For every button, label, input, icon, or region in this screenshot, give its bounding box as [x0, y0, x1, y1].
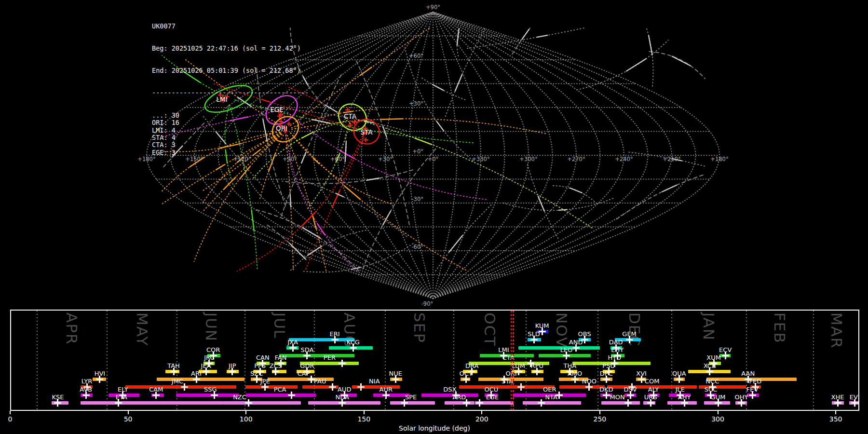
month-boundary-line — [37, 311, 38, 410]
shower-code-label-tah: TAH — [167, 363, 180, 369]
ra-label: +30° — [378, 156, 393, 163]
shower-code-label-zcs: ZCS — [270, 363, 282, 369]
month-boundary-line — [597, 311, 598, 410]
meteor-trail — [617, 175, 705, 219]
ra-label: +0° — [428, 156, 439, 163]
meteor-trail — [358, 120, 594, 229]
shower-code-label-and: AND — [569, 339, 583, 345]
shower-code-label-aly: ALY — [648, 386, 659, 393]
shower-code-label-dkd: DKD — [599, 386, 613, 393]
meteor-path — [383, 211, 391, 225]
shower-code-label-rpu: RPU — [531, 363, 543, 369]
activity-bar-ari — [157, 378, 245, 381]
shower-code-label-xhe: XHE — [831, 394, 844, 400]
shower-code-label-scc: SCC — [705, 386, 717, 393]
shower-code-label-ssg: SSG — [204, 386, 217, 393]
pole-label-south: -90° — [421, 300, 434, 307]
shower-code-label-sda: SDA — [300, 347, 313, 353]
meteor-path — [558, 210, 567, 210]
axis-tick-label: 50 — [124, 415, 133, 423]
shower-code-label-ari: ARI — [191, 370, 202, 377]
shower-code-label-can: CAN — [256, 354, 270, 361]
shower-code-label-eri: ERI — [330, 331, 340, 337]
meteor-path — [344, 186, 360, 199]
shower-count-row: EGE: 3 — [152, 149, 309, 156]
axis-tick-label: 0 — [8, 415, 13, 423]
month-label-mar: MAR — [828, 312, 845, 349]
dec-label: +60° — [409, 53, 423, 59]
activity-bar-mon — [601, 401, 640, 405]
shower-count-row: ...: 30 — [152, 112, 309, 119]
station-id: UK0077 — [152, 23, 309, 30]
shower-code-label-nda: NDA — [336, 394, 349, 400]
month-label-jan: JAN — [700, 312, 718, 341]
shower-code-label-fed: FED — [749, 378, 761, 384]
meteor-path — [626, 59, 646, 71]
axis-tick — [835, 411, 836, 414]
activity-bar-ssg — [176, 393, 239, 397]
activity-bar-eri — [289, 338, 354, 341]
meteor-path — [360, 67, 372, 75]
shower-code-label-kcg: KCG — [347, 339, 360, 345]
meteor-trail — [446, 28, 485, 116]
axis-tick — [718, 411, 719, 414]
shower-code-label-pps: PPS — [254, 363, 266, 369]
shower-code-label-dpc: DPC — [600, 370, 613, 377]
shower-code-label-nzc: NZC — [233, 394, 246, 400]
axis-tick — [10, 411, 11, 414]
meteor-report: LMIEGEORICTASTA+90°-90°+60°+30°+0°-30°-6… — [0, 0, 868, 434]
shower-code-label-xcb: XCB — [704, 363, 716, 369]
shower-code-label-obs: OBS — [578, 331, 591, 337]
activity-bar-nta — [523, 401, 581, 405]
axis-tick-label: 150 — [357, 415, 370, 423]
dec-label: -60° — [411, 244, 423, 250]
shower-code-label-aur: AUR — [380, 386, 393, 393]
shower-code-label-szc: SZC — [250, 370, 263, 377]
month-boundary-line — [107, 311, 108, 410]
shower-code-label-pca: PCA — [274, 386, 286, 393]
axis-tick — [364, 411, 365, 414]
dec-label: +30° — [409, 100, 423, 107]
meteor-path — [290, 194, 291, 207]
shower-code-label-fan: FAN — [275, 354, 287, 361]
shower-code-label-eta: ETA — [116, 394, 127, 400]
shower-code-label-cor: COR — [206, 347, 220, 353]
peak-marker-sta — [517, 383, 525, 391]
shower-count-row: ORI: 16 — [152, 119, 309, 126]
shower-code-label-urs: URS — [644, 394, 657, 400]
shower-code-label-qua: QUA — [672, 370, 686, 377]
shower-code-label-kum: KUM — [535, 323, 549, 329]
axis-tick-label: 200 — [475, 415, 488, 423]
axis-tick — [481, 411, 482, 414]
meteor-path — [663, 185, 677, 191]
shower-code-label-oct: OCT — [459, 370, 472, 377]
shower-code-label-aud: AUD — [338, 386, 351, 393]
activity-bar-noo — [559, 385, 605, 389]
peak-marker-pca — [288, 392, 295, 399]
current-sol-line — [511, 311, 512, 410]
shower-code-label-evi: EVI — [850, 394, 859, 400]
shower-code-label-kse: KSE — [52, 394, 64, 400]
shower-code-label-cam: CAM — [149, 386, 163, 393]
shower-code-label-ecv: ECV — [719, 347, 732, 353]
meteor-trail — [291, 28, 430, 126]
activity-bar-spe — [390, 401, 435, 405]
meteor-trail — [649, 52, 705, 79]
shower-code-label-ehy: EHY — [611, 347, 624, 353]
observation-header: UK0077 Beg: 20251025 22:47:16 (sol = 212… — [152, 8, 309, 171]
grid-meridian — [433, 12, 457, 298]
shower-code-label-jmc: JMC — [172, 378, 183, 384]
meteor-trail — [528, 164, 559, 240]
radiant-label-cta: CTA — [344, 112, 357, 120]
meteor-path — [537, 35, 547, 37]
activity-bar-aur — [373, 393, 409, 397]
meteor-path — [437, 122, 444, 131]
activity-bar-dsx — [421, 393, 478, 397]
shower-code-label-gdr: GDR — [300, 363, 314, 369]
shower-code-label-ocu: OCU — [484, 386, 498, 393]
meteor-path — [366, 178, 379, 180]
shower-code-label-jle: JLE — [676, 386, 685, 393]
shower-code-label-hyd: HYD — [608, 354, 621, 361]
meteor-path — [380, 119, 403, 119]
meteor-trail — [421, 78, 465, 100]
